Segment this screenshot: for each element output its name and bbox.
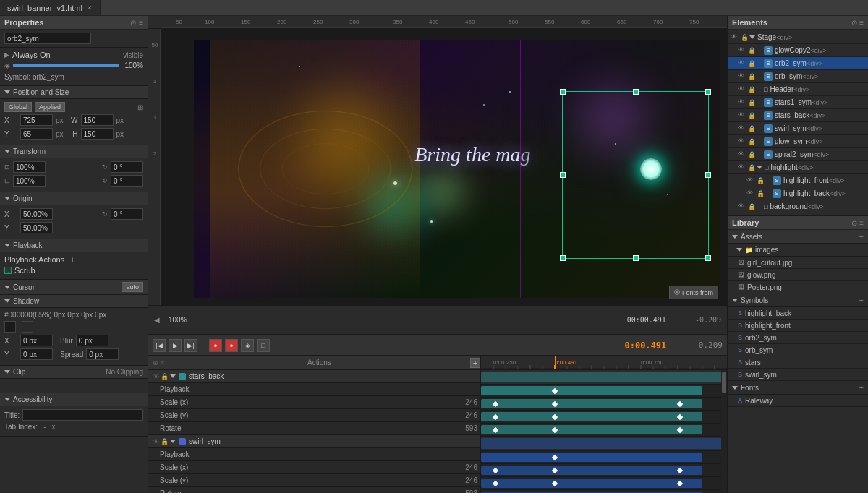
glow-sym-lock[interactable]: 🔒	[748, 138, 755, 145]
lib-sym-orb2[interactable]: S orb2_sym	[728, 332, 868, 344]
hl-front-elem-lock[interactable]: 🔒	[757, 177, 764, 184]
y-input[interactable]	[20, 128, 53, 140]
tl-icon-3[interactable]: ◈	[241, 339, 254, 352]
spiral2-lock[interactable]: 🔒	[748, 151, 755, 158]
lib-sym-highlight-back[interactable]: S highlight_back	[728, 307, 868, 320]
stage-lock[interactable]: 🔒	[741, 34, 748, 41]
go-end-button[interactable]: ▶|	[184, 339, 197, 352]
spread-input[interactable]	[86, 348, 119, 360]
hl-back-elem-lock[interactable]: 🔒	[757, 190, 764, 197]
sel-handle-tm[interactable]	[633, 89, 639, 95]
opacity-slider[interactable]	[13, 64, 119, 67]
sel-handle-tl[interactable]	[560, 89, 566, 95]
glowcopy2-lock[interactable]: 🔒	[748, 47, 755, 54]
lib-font-raleway[interactable]: A Raleway	[728, 395, 868, 407]
lib-sym-swirl[interactable]: S swirl_sym	[728, 369, 868, 381]
fonts-section-title[interactable]: Fonts +	[728, 381, 868, 395]
sel-handle-ml[interactable]	[560, 172, 566, 178]
shadow-y-input[interactable]	[20, 348, 53, 360]
selection-box[interactable]	[562, 91, 710, 259]
background-eye[interactable]: 👁	[738, 202, 746, 211]
symbols-section-title[interactable]: Symbols +	[728, 293, 868, 307]
scrollbar-thumb[interactable]	[722, 372, 726, 393]
swirl-expand[interactable]	[170, 440, 176, 443]
lib-item-glow[interactable]: 🖼 glow.png	[728, 269, 868, 281]
glowcopy2-eye[interactable]: 👁	[738, 46, 746, 55]
swirl-sym-eye[interactable]: 👁	[738, 124, 746, 133]
props-icon-1[interactable]: ⊙	[130, 19, 136, 27]
hl-front-eye[interactable]: 👁	[746, 176, 755, 185]
props-icon-2[interactable]: ≡	[139, 19, 143, 27]
shadow-blur-box[interactable]	[22, 321, 33, 333]
lib-sym-stars[interactable]: S stars	[728, 356, 868, 369]
lib-item-girl-cutout[interactable]: 🖼 girl_cutout.jpg	[728, 257, 868, 269]
origin-angle-input[interactable]	[111, 208, 143, 220]
stars1-lock[interactable]: 🔒	[748, 99, 755, 106]
spiral2-eye[interactable]: 👁	[738, 150, 746, 159]
sel-handle-bl[interactable]	[560, 255, 566, 261]
stars-back-eye[interactable]: 👁	[738, 111, 746, 120]
orb2-lock[interactable]: 🔒	[748, 60, 755, 67]
record-button[interactable]: ●	[209, 339, 222, 352]
go-start-button[interactable]: |◀	[153, 339, 166, 352]
h-input[interactable]	[81, 128, 114, 140]
highlight-triangle[interactable]	[757, 166, 762, 169]
tl-icon-4[interactable]: □	[257, 339, 270, 352]
lib-sym-orb[interactable]: S orb_sym	[728, 344, 868, 356]
stars-back-expand[interactable]	[170, 374, 176, 378]
swirl-sym-lock[interactable]: 🔒	[748, 125, 755, 132]
elements-icon-1[interactable]: ⊙	[851, 19, 857, 27]
symbols-add-icon[interactable]: +	[859, 296, 864, 304]
global-button[interactable]: Global	[4, 102, 32, 112]
header-eye[interactable]: 👁	[738, 85, 746, 94]
origin-x-input[interactable]	[20, 208, 53, 220]
x-input[interactable]	[20, 114, 53, 126]
lib-sym-highlight-front[interactable]: S highlight_front	[728, 320, 868, 332]
symbol-name-input[interactable]	[4, 33, 91, 44]
glow-sym-eye[interactable]: 👁	[738, 137, 746, 146]
orb-eye[interactable]: 👁	[738, 72, 746, 81]
fonts-add-icon[interactable]: +	[859, 383, 864, 392]
stars-back-lock-icon[interactable]: 🔒	[161, 373, 169, 380]
rotate-x-input[interactable]	[111, 161, 143, 173]
highlight-lock[interactable]: 🔒	[748, 164, 755, 171]
highlight-eye[interactable]: 👁	[738, 163, 746, 172]
auto-button[interactable]: auto	[122, 282, 143, 292]
hl-back-eye[interactable]: 👁	[746, 189, 755, 198]
prev-frame-icon[interactable]: ◀	[154, 316, 160, 324]
blur-input[interactable]	[76, 335, 109, 346]
scrub-checkbox[interactable]: ✓	[4, 267, 12, 274]
background-lock[interactable]: 🔒	[748, 203, 755, 210]
orb2-eye[interactable]: 👁	[738, 59, 746, 68]
rotate-y-input[interactable]	[111, 175, 143, 187]
stars-back-visible-icon[interactable]: 👁	[153, 373, 159, 380]
record-all-button[interactable]: ●	[225, 339, 238, 352]
stage-triangle[interactable]	[749, 35, 755, 39]
elements-icon-2[interactable]: ≡	[859, 19, 864, 27]
orb-lock[interactable]: 🔒	[748, 73, 755, 80]
assets-add-icon[interactable]: +	[859, 232, 864, 241]
assets-section-title[interactable]: Assets +	[728, 230, 868, 244]
origin-y-input[interactable]	[20, 222, 53, 233]
swirl-visible-icon[interactable]: 👁	[153, 438, 159, 445]
file-tab-close[interactable]: ✕	[87, 4, 93, 12]
w-input[interactable]	[81, 114, 114, 126]
add-action-button[interactable]: +	[470, 358, 480, 368]
stars-back-elem-lock[interactable]: 🔒	[748, 112, 755, 119]
title-input[interactable]	[22, 409, 143, 421]
library-expand-icon[interactable]: ≡	[859, 219, 864, 227]
shadow-x-input[interactable]	[20, 335, 53, 346]
elem-orb2-sym[interactable]: 👁 🔒 S orb2_sym <div>	[728, 57, 868, 70]
swirl-lock-icon[interactable]: 🔒	[161, 438, 169, 445]
sel-handle-bm[interactable]	[633, 255, 639, 261]
applied-button[interactable]: Applied	[35, 102, 65, 112]
stars1-eye[interactable]: 👁	[738, 98, 746, 107]
fonts-from-button[interactable]: Ⓐ Fonts from	[669, 286, 718, 299]
images-section-title[interactable]: 📁 images	[728, 244, 868, 257]
header-lock[interactable]: 🔒	[748, 86, 755, 93]
shadow-color-box[interactable]	[4, 321, 16, 333]
lib-item-poster[interactable]: 🖼 Poster.png	[728, 281, 868, 293]
sel-handle-tr[interactable]	[705, 89, 711, 95]
tab-index-x[interactable]: x	[52, 423, 56, 431]
library-icon-1[interactable]: ⊙	[851, 219, 857, 227]
